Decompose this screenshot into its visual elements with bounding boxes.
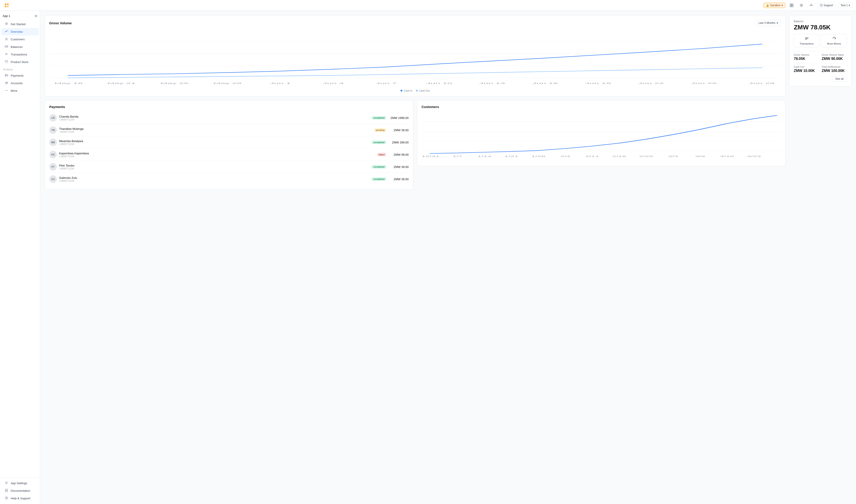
svg-rect-28 bbox=[5, 75, 6, 76]
app-settings-icon bbox=[4, 481, 8, 485]
stat-divider bbox=[794, 51, 847, 51]
stat-total-settlements: Total Settlements ZMW 100.00K bbox=[822, 66, 847, 73]
payment-name: Phiri Tembo bbox=[59, 164, 371, 167]
sidebar-item-balances-label: Balances bbox=[11, 45, 22, 49]
avatar: GZ bbox=[49, 175, 57, 183]
stat-gross-volume-value-amount: ZMW 90.00K bbox=[822, 57, 847, 61]
payments-customers-grid: Payments CB Chanda Banda +2609771234 com… bbox=[45, 100, 786, 190]
transactions-action-button[interactable]: Transactions bbox=[794, 34, 819, 48]
svg-point-30 bbox=[7, 82, 7, 83]
support-button[interactable]: Support bbox=[818, 3, 836, 8]
payment-amount: ZMW 39.00 bbox=[389, 178, 409, 181]
sidebar-item-documentation[interactable]: Documentation bbox=[1, 487, 38, 494]
svg-text:May 21: May 21 bbox=[107, 82, 136, 85]
balances-icon bbox=[4, 45, 8, 49]
grid-icon[interactable]: ⊞ bbox=[35, 14, 37, 18]
svg-text:Jun 29: Jun 29 bbox=[749, 82, 775, 85]
sidebar-item-overview-label: Overview bbox=[11, 30, 23, 33]
date-range-button[interactable]: Last 3 Months ▾ bbox=[756, 20, 781, 26]
svg-point-34 bbox=[6, 482, 7, 483]
sidebar-item-transactions[interactable]: Transactions bbox=[1, 51, 38, 58]
stat-cash-out: Cash Out ZMW 10.00K bbox=[794, 66, 819, 73]
customers-title: Customers bbox=[422, 105, 781, 109]
customers-chart-svg: 12/31 1/7 1/14 1/21 1/28 2/4 2/11 2/18 2… bbox=[422, 112, 781, 161]
svg-text:Jun 13: Jun 13 bbox=[479, 82, 505, 85]
layout-icon bbox=[790, 3, 793, 7]
balance-amount: ZMW 78.05K bbox=[794, 24, 847, 31]
sidebar-item-help-support[interactable]: Help & Support bbox=[1, 494, 38, 502]
status-badge: failed bbox=[377, 153, 386, 156]
svg-point-33 bbox=[7, 90, 7, 91]
gear-icon bbox=[800, 3, 803, 7]
sandbox-icon: 🔒 bbox=[766, 4, 769, 7]
stats-grid: Gross Volume 78.05K Gross Volume Value Z… bbox=[794, 53, 847, 61]
avatar: CB bbox=[49, 114, 57, 122]
status-badge: completed bbox=[371, 116, 386, 120]
sidebar-item-customers[interactable]: Customers bbox=[1, 36, 38, 43]
payment-amount: ZMW 39.00 bbox=[389, 165, 409, 168]
table-row: KK Kapembwa Kapembwa +2609771234 failed … bbox=[49, 148, 409, 161]
move-money-action-button[interactable]: Move Money bbox=[821, 34, 847, 48]
cash-out-legend: Cash Out bbox=[416, 89, 430, 92]
sidebar-navigation: Get Started Overview Customers Balances … bbox=[0, 20, 40, 475]
stat-cash-out-value: ZMW 10.00K bbox=[794, 69, 819, 73]
payment-phone: +2609771234 bbox=[59, 180, 371, 182]
sidebar-item-more[interactable]: More bbox=[1, 87, 38, 94]
svg-text:3/3: 3/3 bbox=[668, 156, 678, 158]
avatar: TM bbox=[49, 126, 57, 134]
sandbox-chevron-icon: ▾ bbox=[782, 4, 783, 7]
sidebar-item-get-started[interactable]: Get Started bbox=[1, 20, 38, 28]
chart-header: Gross Volume Last 3 Months ▾ bbox=[49, 20, 781, 26]
see-all-button[interactable]: See all bbox=[832, 76, 847, 82]
svg-text:1/7: 1/7 bbox=[452, 156, 463, 158]
svg-point-25 bbox=[7, 62, 7, 63]
sandbox-button[interactable]: 🔒 Sandbox ▾ bbox=[764, 3, 785, 8]
network-icon bbox=[809, 3, 813, 7]
sidebar-item-accounts[interactable]: Accounts bbox=[1, 79, 38, 87]
support-label: Support bbox=[824, 4, 833, 7]
svg-rect-6 bbox=[790, 5, 791, 7]
date-range-chevron-icon: ▾ bbox=[777, 21, 778, 24]
settings-icon-button[interactable] bbox=[798, 2, 805, 9]
svg-text:12/31: 12/31 bbox=[422, 156, 440, 158]
svg-text:2/25: 2/25 bbox=[639, 156, 653, 158]
sidebar-item-payments[interactable]: Payments bbox=[1, 72, 38, 79]
svg-point-12 bbox=[811, 3, 811, 4]
cash-out-legend-label: Cash Out bbox=[419, 89, 430, 92]
test-user-button[interactable]: Test 1 ▾ bbox=[838, 3, 853, 8]
sidebar-item-get-started-label: Get Started bbox=[11, 22, 25, 26]
payment-phone: +2609771234 bbox=[59, 118, 371, 121]
table-row: GZ Galimoto Zulu +2609771234 completed Z… bbox=[49, 173, 409, 185]
status-badge: pending bbox=[374, 128, 386, 132]
cash-in-legend: Cash In bbox=[400, 89, 412, 92]
date-range-label: Last 3 Months bbox=[758, 21, 775, 24]
transactions-action-label: Transactions bbox=[800, 42, 814, 45]
svg-point-29 bbox=[5, 82, 6, 83]
sidebar-item-app-settings-label: App Settings bbox=[11, 482, 27, 485]
layout-icon-button[interactable] bbox=[788, 2, 795, 9]
sidebar-item-app-settings[interactable]: App Settings bbox=[1, 480, 38, 487]
payments-card: Payments CB Chanda Banda +2609771234 com… bbox=[45, 100, 413, 190]
sidebar-item-product-store[interactable]: Product Store bbox=[1, 58, 38, 66]
svg-text:Jun 19: Jun 19 bbox=[585, 82, 611, 85]
payment-info: Phiri Tembo +2609771234 bbox=[59, 164, 371, 170]
stat-gross-volume-value-label: Gross Volume Value bbox=[822, 53, 847, 56]
table-row: TM Thandiwe Mulenga +2609771234 pending … bbox=[49, 124, 409, 136]
sidebar-item-overview[interactable]: Overview bbox=[1, 28, 38, 35]
svg-text:Jun 1: Jun 1 bbox=[270, 82, 291, 85]
avatar: MB bbox=[49, 139, 57, 146]
payment-amount: ZMW 299.00 bbox=[389, 141, 409, 144]
sidebar-item-balances[interactable]: Balances bbox=[1, 43, 38, 51]
sandbox-label: Sandbox bbox=[770, 4, 781, 7]
svg-point-3 bbox=[7, 5, 9, 7]
network-icon-button[interactable] bbox=[808, 2, 815, 9]
svg-point-40 bbox=[6, 499, 6, 499]
gross-volume-card: Gross Volume Last 3 Months ▾ bbox=[45, 15, 786, 97]
payment-right: completed ZMW 1999.00 bbox=[371, 116, 409, 120]
chart-title: Gross Volume bbox=[49, 21, 72, 25]
svg-text:May 29: May 29 bbox=[213, 82, 241, 85]
payment-phone: +2609771234 bbox=[59, 167, 371, 170]
stats-grid-2: Cash Out ZMW 10.00K Total Settlements ZM… bbox=[794, 66, 847, 73]
svg-text:1/28: 1/28 bbox=[531, 156, 546, 158]
svg-rect-26 bbox=[5, 74, 8, 76]
